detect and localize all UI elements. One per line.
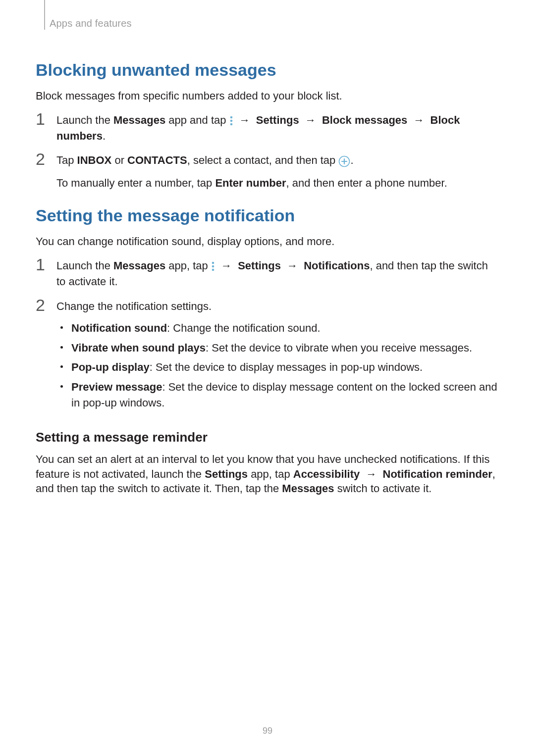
list-item: Preview message: Set the device to displ… [56,379,499,411]
step-2: 2 Tap INBOX or CONTACTS, select a contac… [36,152,499,191]
svg-point-0 [230,116,232,119]
step-number: 2 [36,297,56,313]
bullet-icon [60,326,63,329]
arrow-text: → [233,114,256,126]
heading-message-reminder: Setting a message reminder [36,430,499,445]
text: . [103,130,106,142]
text: app, tap [248,468,293,480]
bullet-list: Notification sound: Change the notificat… [56,320,499,411]
text: switch to activate it. [334,482,432,495]
arrow-text: → [215,259,238,272]
app-name-messages: Messages [113,259,165,272]
step-2: 2 Change the notification settings. Noti… [36,299,499,415]
svg-point-7 [212,265,214,268]
steps-notification: 1 Launch the Messages app, tap → Setting… [36,258,499,415]
list-item: Vibrate when sound plays: Set the device… [56,340,499,356]
more-options-icon [211,261,215,272]
steps-blocking: 1 Launch the Messages app and tap → Sett… [36,112,499,192]
text: Tap [56,154,77,166]
arrow-text: → [281,259,304,272]
arrow-text: → [407,114,430,126]
heading-setting-notification: Setting the message notification [36,206,499,225]
paragraph-reminder: You can set an alert at an interval to l… [36,452,499,496]
text: , and then enter a phone number. [286,177,447,189]
page-number: 99 [0,726,535,736]
list-item: Pop-up display: Set the device to displa… [56,359,499,375]
menu-accessibility: Accessibility [293,468,360,480]
lead-blocking: Block messages from specific numbers add… [36,89,499,103]
app-name-messages: Messages [113,114,165,126]
lead-notification: You can change notification sound, displ… [36,234,499,249]
more-options-icon [229,115,233,126]
margin-rule [44,0,45,30]
heading-blocking-unwanted-messages: Blocking unwanted messages [36,60,499,80]
breadcrumb: Apps and features [50,18,132,29]
step-number: 1 [36,256,56,273]
svg-point-6 [212,262,214,264]
page: Apps and features Blocking unwanted mess… [0,0,535,756]
label-popup-display: Pop-up display [71,361,150,373]
text: app, tap [165,259,211,272]
menu-settings: Settings [238,259,281,272]
menu-settings: Settings [256,114,299,126]
step-body: Launch the Messages app and tap → Settin… [56,112,499,144]
label-inbox: INBOX [77,154,112,166]
content: Blocking unwanted messages Block message… [36,60,499,496]
text: . [350,154,353,166]
step-body: Launch the Messages app, tap → Settings … [56,258,499,290]
step-1: 1 Launch the Messages app, tap → Setting… [36,258,499,290]
svg-point-2 [230,123,232,126]
text: , select a contact, and then tap [187,154,339,166]
text: : Set the device to display messages in … [150,361,423,373]
step-number: 1 [36,110,56,127]
label-contacts: CONTACTS [127,154,187,166]
text: To manually enter a number, tap [56,177,215,189]
svg-point-8 [212,269,214,271]
svg-point-1 [230,120,232,122]
text: Launch the [56,114,113,126]
app-name-settings: Settings [205,468,248,480]
text: app and tap [165,114,229,126]
step-1: 1 Launch the Messages app and tap → Sett… [36,112,499,144]
arrow-text: → [299,114,322,126]
label-enter-number: Enter number [215,177,286,189]
text: or [111,154,127,166]
switch-messages: Messages [282,482,334,495]
menu-block-messages: Block messages [322,114,407,126]
list-item: Notification sound: Change the notificat… [56,320,499,336]
bullet-icon [60,365,63,368]
label-notification-sound: Notification sound [71,322,167,334]
text: : Change the notification sound. [167,322,320,334]
add-circle-icon [338,155,350,167]
label-preview-message: Preview message [71,381,162,393]
text: : Set the device to vibrate when you rec… [206,342,472,354]
step-body: Change the notification settings. Notifi… [56,299,499,415]
bullet-icon [60,385,63,388]
step-number: 2 [36,151,56,167]
step-body: Tap INBOX or CONTACTS, select a contact,… [56,152,499,191]
label-vibrate: Vibrate when sound plays [71,342,206,354]
bullet-icon [60,346,63,349]
menu-notification-reminder: Notification reminder [383,468,492,480]
arrow-text: → [360,468,382,480]
text: Launch the [56,259,113,272]
menu-notifications: Notifications [304,259,370,272]
text: Change the notification settings. [56,299,499,314]
